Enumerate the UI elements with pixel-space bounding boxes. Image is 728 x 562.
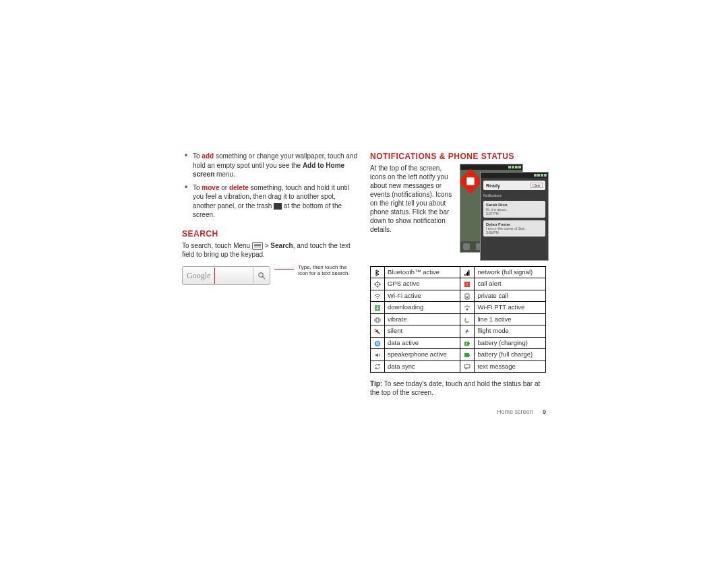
manual-page: To add something or change your wallpape… <box>182 152 546 398</box>
phone-notification-shade: Ready Clear Notifications Sarah Dion Hi,… <box>480 172 549 261</box>
status-label: line 1 active <box>475 313 546 325</box>
sync-icon <box>371 361 385 372</box>
search-input-area <box>215 267 253 284</box>
svg-point-0 <box>259 272 263 276</box>
callout-connector <box>274 269 294 279</box>
status-label: text message <box>475 361 546 372</box>
msg-icon <box>460 361 475 372</box>
svg-rect-3 <box>466 273 467 276</box>
status-label: vibrate <box>385 313 460 325</box>
tip-text: Tip: To see today's date, touch and hold… <box>370 379 546 398</box>
sil-icon <box>371 325 385 337</box>
status-icon-table: Bluetooth™ activenetwork (full signal)GP… <box>370 266 546 373</box>
status-row: data activebattery (charging) <box>371 337 546 348</box>
menu-icon <box>252 242 263 250</box>
bullet-move-delete: To move or delete something, touch and h… <box>182 183 358 220</box>
left-column: To add something or change your wallpape… <box>182 152 358 398</box>
svg-point-14 <box>377 298 378 299</box>
notifications-paragraph: At the top of the screen, icons on the l… <box>370 164 454 258</box>
status-label: GPS active <box>385 278 460 290</box>
page-number: 9 <box>543 408 546 415</box>
vib-icon <box>371 313 385 325</box>
spk-icon <box>371 349 385 361</box>
net-icon <box>460 267 475 278</box>
heading-notifications: NOTIFICATIONS & PHONE STATUS <box>370 152 546 161</box>
right-column: NOTIFICATIONS & PHONE STATUS At the top … <box>370 152 546 398</box>
status-row: GPS active!call alert <box>371 278 546 290</box>
svg-rect-27 <box>469 354 470 356</box>
status-label: private call <box>475 290 546 301</box>
status-label: network (full signal) <box>475 267 546 278</box>
bc-icon <box>460 337 475 348</box>
bt-icon <box>371 267 385 278</box>
status-label: silent <box>385 325 460 337</box>
status-label: data active <box>385 337 460 348</box>
dl-icon <box>371 302 385 313</box>
status-label: battery (full charge) <box>475 349 546 361</box>
status-label: flight mode <box>475 325 546 337</box>
status-row: speakerphone activebattery (full charge) <box>371 349 546 361</box>
status-row: silentflight mode <box>371 325 546 337</box>
ready-label: Ready <box>486 183 500 188</box>
status-row: data synctext message <box>371 361 546 372</box>
search-widget-illustration: Google Type, then touch the icon for a t… <box>182 266 358 285</box>
svg-rect-16 <box>466 296 468 298</box>
svg-rect-26 <box>464 353 469 357</box>
status-row: vibrateline 1 active <box>371 313 546 325</box>
bf-icon <box>460 349 475 361</box>
status-label: call alert <box>475 278 546 290</box>
gps-icon <box>371 278 385 290</box>
trash-icon <box>274 203 282 210</box>
heading-search: SEARCH <box>182 229 358 239</box>
wifi-icon <box>371 290 385 301</box>
status-row: downloadingWi-Fi PTT active <box>371 302 546 313</box>
clear-button: Clear <box>530 183 543 188</box>
callout-text: Type, then touch the icon for a text sea… <box>298 264 358 277</box>
status-label: Wi-Fi active <box>385 290 460 301</box>
ptt-icon <box>460 302 475 313</box>
da-icon <box>371 337 385 348</box>
svg-rect-2 <box>464 274 466 276</box>
phone-screenshots: Ready Clear Notifications Sarah Dion Hi,… <box>460 164 546 258</box>
l1-icon <box>460 313 475 325</box>
status-label: speakerphone active <box>385 349 460 361</box>
status-label: data sync <box>385 361 460 372</box>
fm-icon <box>460 325 475 337</box>
svg-rect-25 <box>469 343 470 344</box>
status-label: battery (charging) <box>475 337 546 348</box>
svg-rect-5 <box>468 270 470 276</box>
priv-icon <box>460 290 475 301</box>
status-label: Wi-Fi PTT active <box>475 302 546 313</box>
footer-label: Home screen <box>497 408 533 415</box>
google-brand: Google <box>183 268 215 284</box>
svg-text:!: ! <box>466 282 468 287</box>
notification-item-2: Dylan Foster I am on the corner of Stat.… <box>483 220 545 237</box>
search-icon <box>253 268 270 284</box>
page-footer: Home screen 9 <box>497 408 546 415</box>
notifications-label: Notifications <box>481 193 548 198</box>
status-label: Bluetooth™ active <box>385 267 460 278</box>
svg-rect-4 <box>467 272 468 276</box>
svg-point-7 <box>377 284 378 285</box>
status-label: downloading <box>385 302 460 313</box>
svg-line-1 <box>263 276 266 279</box>
bullet-add: To add something or change your wallpape… <box>182 152 358 179</box>
status-row: Wi-Fi activeprivate call <box>371 290 546 301</box>
status-row: Bluetooth™ activenetwork (full signal) <box>371 267 546 278</box>
svg-point-18 <box>466 309 468 311</box>
notification-item-1: Sarah Dion Hi, it is about... 3:07 PM <box>483 201 545 218</box>
search-instruction: To search, touch Menu > Search, and touc… <box>182 241 358 259</box>
alert-icon: ! <box>460 278 475 290</box>
svg-rect-19 <box>376 318 379 322</box>
svg-rect-28 <box>464 365 470 368</box>
